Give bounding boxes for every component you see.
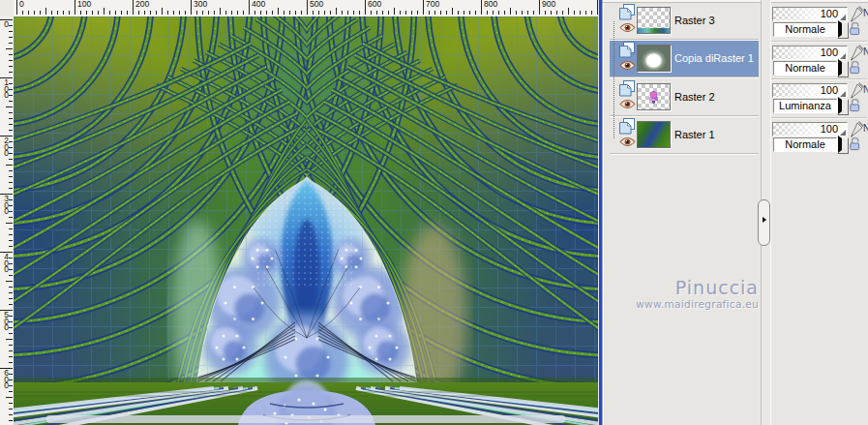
ruler-tick: [464, 11, 464, 15]
ruler-tick: [80, 11, 81, 15]
lock-icon[interactable]: [849, 60, 862, 75]
ruler-tick: [272, 11, 273, 15]
blend-dropdown-button[interactable]: [837, 61, 849, 77]
h-ruler-label: 0: [19, 0, 24, 9]
ruler-tick: [423, 0, 424, 15]
ruler-tick: [347, 11, 348, 15]
ruler-tick: [9, 298, 13, 299]
ruler-tick: [382, 11, 383, 15]
h-ruler-label: 600: [368, 0, 381, 9]
ruler-tick: [225, 11, 226, 15]
visibility-eye-icon[interactable]: [619, 59, 636, 72]
v-ruler-label: 4 0 0: [2, 254, 11, 273]
opacity-field[interactable]: 100: [772, 7, 848, 21]
ruler-tick: [388, 11, 389, 15]
splitter-collapse-handle[interactable]: [758, 199, 770, 246]
blend-mode-select[interactable]: Normale: [773, 137, 837, 152]
ruler-tick: [9, 414, 13, 415]
brush-icon[interactable]: [848, 45, 864, 61]
ruler-tick: [9, 101, 13, 102]
lock-icon[interactable]: [849, 137, 862, 151]
ruler-tick: [9, 176, 13, 177]
ruler-tick: [539, 0, 540, 15]
blend-mode-select[interactable]: Normale: [773, 22, 837, 37]
v-ruler-label: 5 0 0: [2, 312, 11, 331]
ruler-tick: [9, 118, 13, 119]
ruler-tick: [109, 11, 110, 15]
ruler-tick: [313, 11, 314, 15]
ruler-tick: [376, 11, 377, 15]
ruler-tick: [179, 11, 180, 15]
layer-row[interactable]: Raster 1: [610, 117, 759, 153]
opacity-field[interactable]: 100: [772, 122, 848, 137]
visibility-eye-icon[interactable]: [619, 136, 636, 148]
ruler-tick: [202, 11, 203, 15]
image-editor-window: 0100200300400500600700800900 01 0 02 0 0…: [0, 0, 868, 425]
canvas-artwork[interactable]: [14, 16, 598, 425]
layer-thumbnail[interactable]: [637, 45, 671, 72]
ruler-tick: [440, 11, 441, 15]
ruler-tick: [121, 11, 122, 15]
ruler-tick: [40, 11, 41, 15]
ruler-tick: [173, 11, 174, 15]
ruler-tick: [9, 234, 13, 235]
layer-thumbnail[interactable]: [637, 7, 671, 34]
visibility-eye-icon[interactable]: [619, 98, 636, 110]
layer-type-icon: [619, 42, 636, 58]
ruler-tick: [359, 11, 360, 15]
blend-dropdown-button[interactable]: [837, 99, 849, 115]
ruler-tick: [9, 112, 13, 113]
ruler-tick: [9, 403, 13, 404]
ruler-tick: [9, 420, 13, 421]
opacity-value: 100: [821, 84, 838, 97]
dropdown-arrow-icon: [838, 97, 842, 114]
ruler-tick: [9, 409, 13, 410]
ruler-tick: [289, 11, 290, 15]
layer-name: Copia diRaster 1: [674, 52, 754, 64]
opacity-field[interactable]: 100: [772, 46, 848, 60]
opacity-slider-grip[interactable]: [840, 130, 846, 136]
vertical-ruler[interactable]: 01 0 02 0 03 0 04 0 05 0 06 0 0: [0, 16, 15, 425]
opacity-value: 100: [821, 123, 838, 136]
watermark-url: www.maidiregrafica.eu: [606, 298, 759, 310]
ruler-tick: [9, 240, 13, 241]
ruler-tick: [284, 11, 284, 15]
blend-mode-select[interactable]: Normale: [773, 61, 837, 76]
ruler-tick: [324, 11, 325, 15]
opacity-slider-grip[interactable]: [840, 53, 846, 59]
layer-controls: 100 Normale N: [771, 121, 868, 158]
brush-icon[interactable]: [848, 82, 864, 99]
ruler-tick: [574, 11, 575, 15]
brush-icon[interactable]: [848, 121, 864, 137]
ruler-tick: [353, 11, 354, 15]
layer-thumbnail[interactable]: [637, 121, 671, 148]
ruler-tick: [9, 362, 13, 363]
ruler-tick: [522, 11, 523, 15]
ruler-tick: [231, 11, 232, 15]
blend-dropdown-button[interactable]: [837, 137, 849, 154]
layer-row[interactable]: Raster 2: [610, 79, 759, 115]
ruler-tick: [6, 281, 13, 282]
horizontal-ruler[interactable]: 0100200300400500600700800900: [14, 0, 598, 17]
ruler-tick: [69, 11, 70, 15]
dropdown-arrow-icon: [838, 20, 842, 38]
ruler-tick: [533, 11, 534, 15]
lock-icon[interactable]: [849, 21, 862, 36]
ruler-tick: [551, 11, 552, 15]
blend-mode-select[interactable]: Luminanza: [773, 99, 837, 113]
ruler-tick: [556, 11, 557, 15]
layer-row[interactable]: Copia diRaster 1: [610, 41, 759, 76]
blend-dropdown-button[interactable]: [837, 22, 849, 39]
ruler-tick: [394, 8, 395, 15]
lock-icon[interactable]: [849, 98, 862, 112]
ruler-tick: [92, 11, 93, 15]
layer-row[interactable]: Raster 3: [610, 3, 759, 39]
ruler-tick: [9, 159, 13, 160]
ruler-tick: [150, 11, 151, 15]
ruler-tick: [458, 11, 459, 15]
opacity-field[interactable]: 100: [772, 83, 848, 98]
visibility-eye-icon[interactable]: [619, 21, 636, 34]
brush-icon[interactable]: [848, 6, 864, 22]
layer-thumbnail[interactable]: [637, 83, 671, 110]
h-ruler-label: 100: [77, 0, 91, 9]
